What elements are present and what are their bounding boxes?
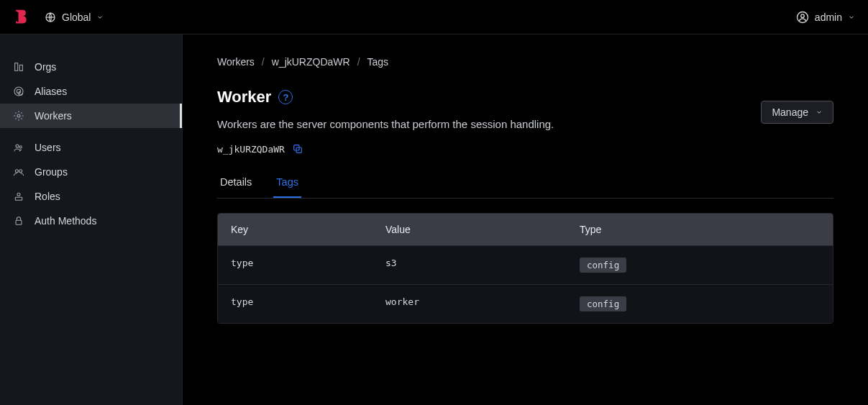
svg-point-10: [15, 170, 18, 173]
sidebar-item-aliases[interactable]: Aliases: [0, 79, 182, 104]
breadcrumb-item[interactable]: w_jkURZQDaWR: [272, 56, 350, 68]
alias-icon: [13, 86, 24, 97]
svg-rect-13: [15, 197, 22, 200]
svg-point-2: [801, 14, 805, 17]
chevron-down-icon: [816, 109, 823, 116]
breadcrumb-item[interactable]: Workers: [217, 56, 255, 68]
resource-id-row: w_jkURZQDaWR: [217, 143, 554, 155]
cell-type: config: [567, 246, 772, 284]
topbar: Global admin: [0, 0, 868, 35]
sidebar-item-label: Orgs: [35, 61, 56, 73]
user-label: admin: [815, 12, 842, 23]
manage-button[interactable]: Manage: [761, 101, 833, 124]
page-title-text: Worker: [217, 88, 271, 106]
svg-point-8: [16, 145, 19, 147]
cell-type: config: [567, 285, 772, 323]
sidebar-item-groups[interactable]: Groups: [0, 160, 182, 184]
th-value: Value: [373, 214, 567, 245]
cell-actions: [772, 285, 833, 323]
th-type: Type: [567, 214, 772, 245]
org-icon: [13, 61, 24, 73]
tabs: DetailsTags: [217, 170, 833, 199]
main-content: Workers/w_jkURZQDaWR/Tags Worker ? Worke…: [183, 35, 868, 405]
sidebar: OrgsAliasesWorkersUsersGroupsRolesAuth M…: [0, 35, 183, 405]
groups-icon: [13, 166, 24, 178]
topbar-left: Global: [13, 9, 104, 26]
breadcrumb: Workers/w_jkURZQDaWR/Tags: [217, 56, 833, 68]
product-logo: [13, 9, 29, 26]
auth-icon: [13, 215, 24, 227]
th-key: Key: [218, 214, 373, 245]
svg-point-12: [17, 193, 20, 196]
page-subtitle: Workers are the server components that p…: [217, 118, 554, 130]
sidebar-item-orgs[interactable]: Orgs: [0, 55, 182, 79]
th-actions: [772, 214, 833, 245]
sidebar-item-label: Roles: [35, 191, 60, 202]
copy-icon[interactable]: [292, 143, 303, 155]
sidebar-item-users[interactable]: Users: [0, 135, 182, 160]
table-header: Key Value Type: [218, 214, 833, 245]
scope-switcher[interactable]: Global: [45, 12, 104, 23]
help-icon[interactable]: ?: [278, 90, 293, 104]
breadcrumb-item: Tags: [367, 56, 389, 68]
svg-rect-4: [19, 65, 22, 70]
cell-value: worker: [373, 285, 567, 323]
svg-point-7: [17, 114, 20, 117]
roles-icon: [13, 191, 24, 202]
cell-key: type: [218, 246, 373, 284]
worker-icon: [13, 110, 24, 122]
user-menu[interactable]: admin: [796, 11, 855, 24]
cell-value: s3: [373, 246, 567, 284]
svg-point-9: [19, 146, 22, 148]
cell-key: type: [218, 285, 373, 323]
svg-point-11: [19, 170, 22, 173]
resource-id: w_jkURZQDaWR: [217, 144, 285, 155]
sidebar-item-auth-methods[interactable]: Auth Methods: [0, 209, 182, 233]
tags-table: Key Value Type types3configtypeworkercon…: [217, 213, 833, 324]
globe-icon: [45, 12, 56, 23]
scope-label: Global: [62, 12, 91, 23]
manage-button-label: Manage: [772, 106, 808, 118]
page-title: Worker ?: [217, 88, 554, 106]
sidebar-item-roles[interactable]: Roles: [0, 184, 182, 209]
sidebar-item-label: Aliases: [35, 86, 67, 97]
sidebar-item-workers[interactable]: Workers: [0, 104, 182, 128]
chevron-down-icon: [848, 14, 855, 21]
svg-rect-3: [15, 63, 18, 71]
type-badge: config: [580, 296, 626, 311]
chevron-down-icon: [96, 14, 104, 21]
breadcrumb-sep: /: [262, 56, 265, 68]
users-icon: [13, 142, 24, 153]
tab-tags[interactable]: Tags: [273, 170, 301, 198]
table-body: types3configtypeworkerconfig: [218, 245, 833, 323]
tab-details[interactable]: Details: [217, 170, 255, 198]
cell-actions: [772, 246, 833, 284]
table-row: types3config: [218, 245, 833, 284]
user-icon: [796, 11, 809, 24]
breadcrumb-sep: /: [357, 56, 360, 68]
sidebar-item-label: Groups: [35, 166, 68, 178]
type-badge: config: [580, 258, 626, 273]
svg-rect-14: [16, 220, 22, 224]
table-row: typeworkerconfig: [218, 284, 833, 323]
sidebar-item-label: Users: [35, 142, 61, 153]
sidebar-item-label: Auth Methods: [35, 215, 96, 227]
sidebar-item-label: Workers: [35, 110, 72, 122]
